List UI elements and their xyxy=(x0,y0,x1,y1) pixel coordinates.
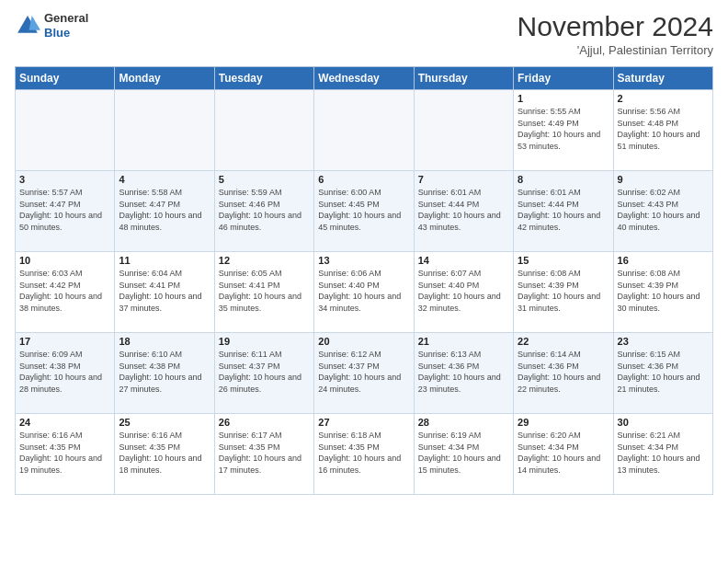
calendar-cell: 21Sunrise: 6:13 AM Sunset: 4:36 PM Dayli… xyxy=(414,333,513,414)
day-number: 21 xyxy=(418,336,509,347)
calendar-cell: 28Sunrise: 6:19 AM Sunset: 4:34 PM Dayli… xyxy=(414,414,513,495)
day-info: Sunrise: 6:06 AM Sunset: 4:40 PM Dayligh… xyxy=(318,268,409,314)
day-number: 6 xyxy=(318,174,409,185)
day-number: 2 xyxy=(618,93,709,104)
calendar-cell: 27Sunrise: 6:18 AM Sunset: 4:35 PM Dayli… xyxy=(314,414,414,495)
calendar-cell: 6Sunrise: 6:00 AM Sunset: 4:45 PM Daylig… xyxy=(314,171,414,252)
calendar-cell xyxy=(314,90,414,171)
calendar-header-wednesday: Wednesday xyxy=(314,67,414,90)
day-number: 1 xyxy=(518,93,609,104)
day-number: 17 xyxy=(19,336,110,347)
calendar-week-1: 1Sunrise: 5:55 AM Sunset: 4:49 PM Daylig… xyxy=(16,90,713,171)
day-info: Sunrise: 6:08 AM Sunset: 4:39 PM Dayligh… xyxy=(518,268,609,314)
day-number: 14 xyxy=(418,255,509,266)
day-info: Sunrise: 6:08 AM Sunset: 4:39 PM Dayligh… xyxy=(618,268,709,314)
calendar-cell: 14Sunrise: 6:07 AM Sunset: 4:40 PM Dayli… xyxy=(414,252,513,333)
day-info: Sunrise: 6:16 AM Sunset: 4:35 PM Dayligh… xyxy=(119,430,210,476)
day-info: Sunrise: 6:04 AM Sunset: 4:41 PM Dayligh… xyxy=(119,268,210,314)
day-number: 28 xyxy=(418,417,509,428)
calendar-header-tuesday: Tuesday xyxy=(214,67,313,90)
day-info: Sunrise: 6:16 AM Sunset: 4:35 PM Dayligh… xyxy=(19,430,110,476)
calendar-cell: 20Sunrise: 6:12 AM Sunset: 4:37 PM Dayli… xyxy=(314,333,414,414)
day-info: Sunrise: 5:57 AM Sunset: 4:47 PM Dayligh… xyxy=(19,187,110,233)
day-number: 10 xyxy=(19,255,110,266)
calendar-cell: 10Sunrise: 6:03 AM Sunset: 4:42 PM Dayli… xyxy=(16,252,115,333)
day-info: Sunrise: 5:55 AM Sunset: 4:49 PM Dayligh… xyxy=(518,106,609,152)
day-number: 16 xyxy=(618,255,709,266)
calendar-cell: 24Sunrise: 6:16 AM Sunset: 4:35 PM Dayli… xyxy=(16,414,115,495)
day-info: Sunrise: 5:58 AM Sunset: 4:47 PM Dayligh… xyxy=(119,187,210,233)
day-number: 15 xyxy=(518,255,609,266)
day-info: Sunrise: 6:15 AM Sunset: 4:36 PM Dayligh… xyxy=(618,349,709,395)
calendar-cell: 23Sunrise: 6:15 AM Sunset: 4:36 PM Dayli… xyxy=(613,333,712,414)
svg-marker-1 xyxy=(29,16,40,30)
day-number: 26 xyxy=(219,417,310,428)
calendar-week-4: 17Sunrise: 6:09 AM Sunset: 4:38 PM Dayli… xyxy=(16,333,713,414)
day-number: 4 xyxy=(119,174,210,185)
day-info: Sunrise: 6:03 AM Sunset: 4:42 PM Dayligh… xyxy=(19,268,110,314)
calendar-cell: 2Sunrise: 5:56 AM Sunset: 4:48 PM Daylig… xyxy=(613,90,712,171)
calendar-cell: 8Sunrise: 6:01 AM Sunset: 4:44 PM Daylig… xyxy=(514,171,613,252)
day-info: Sunrise: 6:02 AM Sunset: 4:43 PM Dayligh… xyxy=(618,187,709,233)
day-number: 20 xyxy=(318,336,409,347)
calendar-cell: 9Sunrise: 6:02 AM Sunset: 4:43 PM Daylig… xyxy=(613,171,712,252)
logo-blue: Blue xyxy=(44,26,88,40)
calendar-cell: 30Sunrise: 6:21 AM Sunset: 4:34 PM Dayli… xyxy=(613,414,712,495)
day-info: Sunrise: 6:01 AM Sunset: 4:44 PM Dayligh… xyxy=(418,187,509,233)
calendar-cell: 19Sunrise: 6:11 AM Sunset: 4:37 PM Dayli… xyxy=(214,333,313,414)
calendar-week-3: 10Sunrise: 6:03 AM Sunset: 4:42 PM Dayli… xyxy=(16,252,713,333)
calendar-cell: 15Sunrise: 6:08 AM Sunset: 4:39 PM Dayli… xyxy=(514,252,613,333)
day-number: 18 xyxy=(119,336,210,347)
calendar-cell: 13Sunrise: 6:06 AM Sunset: 4:40 PM Dayli… xyxy=(314,252,414,333)
day-number: 22 xyxy=(518,336,609,347)
calendar-header-thursday: Thursday xyxy=(414,67,513,90)
calendar-cell xyxy=(115,90,214,171)
calendar-cell: 16Sunrise: 6:08 AM Sunset: 4:39 PM Dayli… xyxy=(613,252,712,333)
calendar-cell: 11Sunrise: 6:04 AM Sunset: 4:41 PM Dayli… xyxy=(115,252,214,333)
day-info: Sunrise: 6:11 AM Sunset: 4:37 PM Dayligh… xyxy=(219,349,310,395)
calendar-cell: 3Sunrise: 5:57 AM Sunset: 4:47 PM Daylig… xyxy=(16,171,115,252)
day-number: 5 xyxy=(219,174,310,185)
calendar-header-monday: Monday xyxy=(115,67,214,90)
calendar: SundayMondayTuesdayWednesdayThursdayFrid… xyxy=(15,66,713,495)
day-info: Sunrise: 6:12 AM Sunset: 4:37 PM Dayligh… xyxy=(318,349,409,395)
calendar-cell: 5Sunrise: 5:59 AM Sunset: 4:46 PM Daylig… xyxy=(214,171,313,252)
calendar-cell: 4Sunrise: 5:58 AM Sunset: 4:47 PM Daylig… xyxy=(115,171,214,252)
calendar-cell xyxy=(16,90,115,171)
calendar-cell xyxy=(414,90,513,171)
day-info: Sunrise: 6:05 AM Sunset: 4:41 PM Dayligh… xyxy=(219,268,310,314)
day-number: 7 xyxy=(418,174,509,185)
day-number: 27 xyxy=(318,417,409,428)
day-info: Sunrise: 6:07 AM Sunset: 4:40 PM Dayligh… xyxy=(418,268,509,314)
day-info: Sunrise: 6:09 AM Sunset: 4:38 PM Dayligh… xyxy=(19,349,110,395)
title-block: November 2024 'Ajjul, Palestinian Territ… xyxy=(518,11,713,57)
day-info: Sunrise: 6:17 AM Sunset: 4:35 PM Dayligh… xyxy=(219,430,310,476)
header: General Blue November 2024 'Ajjul, Pales… xyxy=(15,11,713,57)
day-info: Sunrise: 6:18 AM Sunset: 4:35 PM Dayligh… xyxy=(318,430,409,476)
day-number: 8 xyxy=(518,174,609,185)
calendar-cell: 1Sunrise: 5:55 AM Sunset: 4:49 PM Daylig… xyxy=(514,90,613,171)
logo-general: General xyxy=(44,11,88,26)
day-info: Sunrise: 6:14 AM Sunset: 4:36 PM Dayligh… xyxy=(518,349,609,395)
calendar-cell: 22Sunrise: 6:14 AM Sunset: 4:36 PM Dayli… xyxy=(514,333,613,414)
day-info: Sunrise: 6:00 AM Sunset: 4:45 PM Dayligh… xyxy=(318,187,409,233)
day-number: 11 xyxy=(119,255,210,266)
day-number: 12 xyxy=(219,255,310,266)
calendar-cell: 12Sunrise: 6:05 AM Sunset: 4:41 PM Dayli… xyxy=(214,252,313,333)
calendar-cell: 25Sunrise: 6:16 AM Sunset: 4:35 PM Dayli… xyxy=(115,414,214,495)
logo-text: General Blue xyxy=(44,11,88,40)
calendar-header-friday: Friday xyxy=(514,67,613,90)
day-number: 3 xyxy=(19,174,110,185)
calendar-week-5: 24Sunrise: 6:16 AM Sunset: 4:35 PM Dayli… xyxy=(16,414,713,495)
calendar-cell: 7Sunrise: 6:01 AM Sunset: 4:44 PM Daylig… xyxy=(414,171,513,252)
calendar-header-sunday: Sunday xyxy=(16,67,115,90)
calendar-cell xyxy=(214,90,313,171)
day-number: 23 xyxy=(618,336,709,347)
day-info: Sunrise: 6:20 AM Sunset: 4:34 PM Dayligh… xyxy=(518,430,609,476)
calendar-header-row: SundayMondayTuesdayWednesdayThursdayFrid… xyxy=(16,67,713,90)
calendar-header-saturday: Saturday xyxy=(613,67,712,90)
calendar-week-2: 3Sunrise: 5:57 AM Sunset: 4:47 PM Daylig… xyxy=(16,171,713,252)
day-number: 29 xyxy=(518,417,609,428)
day-info: Sunrise: 5:59 AM Sunset: 4:46 PM Dayligh… xyxy=(219,187,310,233)
month-title: November 2024 xyxy=(518,11,713,41)
